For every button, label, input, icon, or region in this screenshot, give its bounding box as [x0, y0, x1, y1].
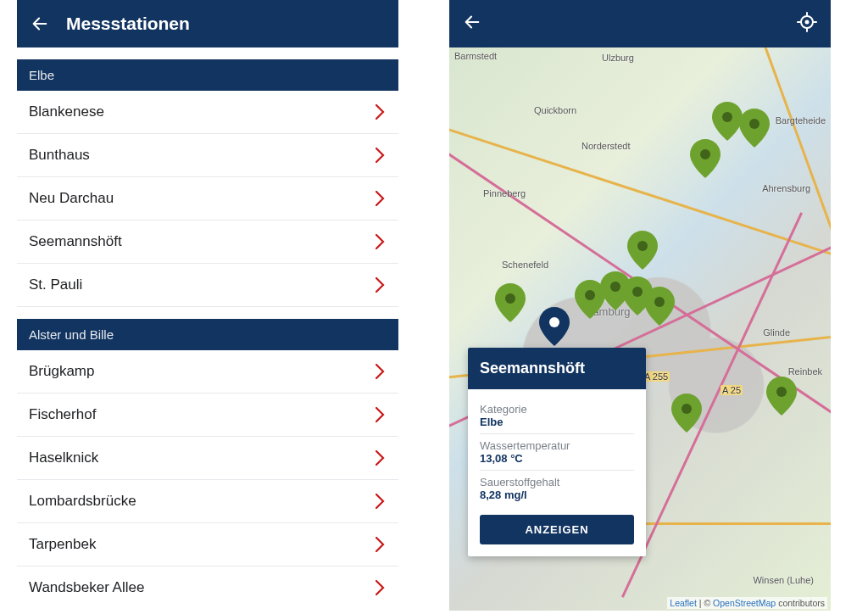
station-label: Seemannshöft	[29, 233, 122, 250]
section-header-alster: Alster und Bille	[17, 319, 398, 350]
svg-point-2	[722, 112, 732, 122]
phone-map-screen: Barmstedt Ulzburg Quickborn Norderstedt …	[449, 0, 831, 611]
map-pin[interactable]	[671, 394, 702, 433]
station-label: Fischerhof	[29, 406, 96, 423]
svg-point-9	[632, 287, 643, 297]
chevron-right-icon	[376, 364, 385, 379]
map-pin[interactable]	[644, 287, 675, 326]
field-value: Elbe	[480, 416, 634, 434]
map-pin[interactable]	[627, 231, 658, 270]
map-pin-active[interactable]	[539, 307, 570, 346]
station-label: Wandsbeker Allee	[29, 579, 144, 596]
svg-point-4	[700, 149, 710, 159]
map-attribution: Leaflet | © OpenStreetMap contributors	[667, 597, 827, 609]
station-popup: Seemannshöft Kategorie Elbe Wassertemper…	[468, 348, 646, 556]
svg-point-8	[610, 282, 620, 292]
station-item[interactable]: Brügkamp	[17, 350, 398, 394]
chevron-right-icon	[376, 494, 385, 509]
chevron-right-icon	[376, 148, 385, 163]
map-label: Reinbek	[788, 366, 822, 377]
station-item[interactable]: Seemannshöft	[17, 220, 398, 264]
chevron-right-icon	[376, 277, 385, 293]
field-label: Kategorie	[480, 403, 634, 416]
map-pin[interactable]	[739, 109, 770, 148]
map-label: Glinde	[763, 327, 790, 338]
chevron-right-icon	[376, 104, 385, 120]
svg-point-1	[805, 20, 810, 25]
station-item[interactable]: Bunthaus	[17, 134, 398, 177]
svg-point-6	[505, 293, 515, 304]
svg-point-7	[585, 290, 595, 300]
page-title: Messstationen	[66, 14, 190, 34]
svg-point-12	[776, 387, 787, 397]
popup-title: Seemannshöft	[468, 348, 646, 389]
station-label: Bunthaus	[29, 147, 90, 164]
station-item[interactable]: Wandsbeker Allee	[17, 567, 398, 609]
map-label: Winsen (Luhe)	[753, 575, 814, 585]
map-label: Schenefeld	[502, 260, 548, 270]
svg-point-3	[749, 119, 760, 129]
map-header	[449, 0, 831, 47]
map-pin[interactable]	[712, 102, 743, 141]
locate-icon[interactable]	[797, 12, 817, 36]
section-header-elbe: Elbe	[17, 59, 398, 91]
station-label: Lombardsbrücke	[29, 493, 136, 510]
station-item[interactable]: Neu Darchau	[17, 177, 398, 220]
station-item[interactable]: Fischerhof	[17, 394, 398, 437]
station-label: Blankenese	[29, 103, 104, 120]
show-button[interactable]: ANZEIGEN	[480, 515, 634, 544]
station-item[interactable]: Haselknick	[17, 437, 398, 480]
map-pin[interactable]	[495, 283, 526, 322]
field-value: 13,08 °C	[480, 452, 634, 471]
road-line	[619, 522, 831, 525]
field-label: Sauerstoffgehalt	[480, 476, 634, 488]
map-pin[interactable]	[766, 377, 797, 416]
popup-body: Kategorie Elbe Wassertemperatur 13,08 °C…	[468, 389, 646, 556]
svg-point-13	[549, 317, 559, 327]
field-value: 8,28 mg/l	[480, 488, 634, 506]
chevron-right-icon	[376, 191, 385, 206]
map-label: A 25	[721, 385, 743, 395]
station-label: Haselknick	[29, 449, 98, 466]
map-label: Barmstedt	[454, 51, 497, 61]
back-icon[interactable]	[463, 13, 481, 35]
station-label: St. Pauli	[29, 276, 82, 293]
map-label: Ahrensburg	[762, 183, 810, 193]
station-item[interactable]: Blankenese	[17, 91, 398, 134]
svg-point-10	[654, 297, 665, 307]
map-label: Quickborn	[534, 105, 576, 115]
map-label: Bargteheide	[776, 115, 826, 126]
svg-point-11	[682, 404, 692, 414]
svg-point-5	[637, 241, 648, 251]
map-pin[interactable]	[690, 139, 721, 178]
map-label: Ulzburg	[602, 53, 634, 63]
map[interactable]: Barmstedt Ulzburg Quickborn Norderstedt …	[449, 47, 831, 611]
list-header: Messstationen	[17, 0, 398, 47]
chevron-right-icon	[376, 537, 385, 552]
chevron-right-icon	[376, 407, 385, 422]
station-item[interactable]: St. Pauli	[17, 264, 398, 307]
chevron-right-icon	[376, 580, 385, 595]
station-label: Neu Darchau	[29, 190, 114, 207]
station-item[interactable]: Tarpenbek	[17, 523, 398, 567]
leaflet-link[interactable]: Leaflet	[670, 598, 697, 608]
chevron-right-icon	[376, 234, 385, 249]
map-label: A 255	[643, 371, 670, 382]
field-label: Wassertemperatur	[480, 439, 634, 452]
back-icon[interactable]	[31, 14, 49, 33]
map-label: Norderstedt	[581, 141, 630, 151]
osm-link[interactable]: OpenStreetMap	[713, 598, 776, 608]
chevron-right-icon	[376, 450, 385, 466]
phone-list-screen: Messstationen Elbe Blankenese Bunthaus N…	[17, 0, 398, 611]
station-label: Brügkamp	[29, 363, 94, 380]
station-item[interactable]: Lombardsbrücke	[17, 480, 398, 523]
station-label: Tarpenbek	[29, 536, 96, 553]
